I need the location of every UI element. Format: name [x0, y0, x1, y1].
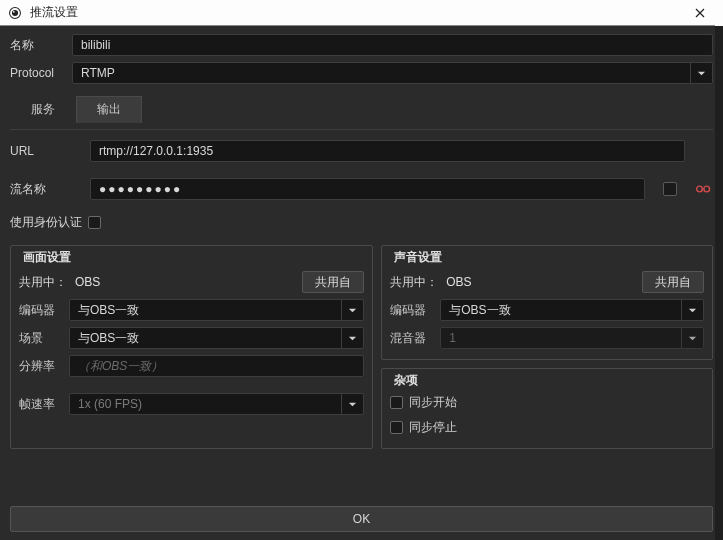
chevron-down-icon: [690, 63, 712, 83]
protocol-label: Protocol: [10, 66, 64, 80]
app-icon: [6, 4, 24, 22]
streamkey-label: 流名称: [10, 181, 72, 198]
misc-group-title: 杂项: [390, 372, 422, 389]
video-share-button[interactable]: 共用自: [302, 271, 364, 293]
svg-point-2: [13, 10, 15, 12]
svg-point-3: [697, 186, 703, 192]
show-key-checkbox[interactable]: [663, 182, 677, 196]
video-fps-value: 1x (60 FPS): [78, 397, 142, 411]
streamkey-row: 流名称 ●●●●●●●●●: [10, 178, 713, 200]
close-button[interactable]: [683, 0, 717, 25]
sync-stop-label: 同步停止: [409, 419, 457, 436]
chevron-down-icon: [681, 328, 703, 348]
protocol-value: RTMP: [81, 66, 115, 80]
audio-mixer-value: 1: [449, 331, 456, 345]
name-input-inner[interactable]: [81, 38, 704, 52]
video-encoder-value: 与OBS一致: [78, 302, 139, 319]
window-title: 推流设置: [30, 4, 683, 21]
video-scene-value: 与OBS一致: [78, 330, 139, 347]
client-area: 名称 Protocol RTMP 服务 输出 URL: [0, 26, 723, 540]
url-input-inner[interactable]: [99, 144, 676, 158]
ok-label: OK: [353, 512, 370, 526]
video-encoder-combo[interactable]: 与OBS一致: [69, 299, 364, 321]
protocol-combo[interactable]: RTMP: [72, 62, 713, 84]
svg-point-1: [12, 9, 18, 15]
audio-share-button[interactable]: 共用自: [642, 271, 704, 293]
name-input[interactable]: [72, 34, 713, 56]
tab-output[interactable]: 输出: [76, 96, 142, 123]
video-group: 画面设置 共用中： OBS 共用自 编码器 与OBS一致: [10, 245, 373, 449]
video-encoder-label: 编码器: [19, 302, 63, 319]
audio-encoder-value: 与OBS一致: [449, 302, 510, 319]
video-share-label: 共用中：: [19, 274, 67, 291]
auth-row: 使用身份认证: [10, 214, 713, 231]
side-strip: [715, 26, 723, 540]
video-resolution-input[interactable]: （和OBS一致）: [69, 355, 364, 377]
chevron-down-icon: [681, 300, 703, 320]
side-strip-top: [715, 0, 723, 26]
url-input[interactable]: [90, 140, 685, 162]
url-label: URL: [10, 144, 72, 158]
auth-label: 使用身份认证: [10, 214, 82, 231]
link-icon[interactable]: [695, 182, 713, 196]
streamkey-input[interactable]: ●●●●●●●●●: [90, 178, 645, 200]
sync-stop-checkbox[interactable]: [390, 421, 403, 434]
audio-group-title: 声音设置: [390, 249, 446, 266]
title-bar: 推流设置: [0, 0, 723, 26]
video-resolution-placeholder: （和OBS一致）: [78, 358, 163, 375]
video-group-title: 画面设置: [19, 249, 75, 266]
audio-share-label: 共用中：: [390, 274, 438, 291]
sync-start-checkbox[interactable]: [390, 396, 403, 409]
audio-encoder-combo[interactable]: 与OBS一致: [440, 299, 704, 321]
audio-share-value: OBS: [444, 275, 471, 289]
misc-group: 杂项 同步开始 同步停止: [381, 368, 713, 449]
chevron-down-icon: [341, 300, 363, 320]
chevron-down-icon: [341, 394, 363, 414]
auth-checkbox[interactable]: [88, 216, 101, 229]
name-label: 名称: [10, 37, 64, 54]
streamkey-mask: ●●●●●●●●●: [99, 182, 182, 196]
audio-mixer-combo[interactable]: 1: [440, 327, 704, 349]
video-resolution-label: 分辨率: [19, 358, 63, 375]
tab-service[interactable]: 服务: [10, 96, 76, 123]
video-fps-label: 帧速率: [19, 396, 63, 413]
url-row: URL: [10, 140, 713, 162]
tabs: 服务 输出: [10, 96, 713, 123]
video-scene-combo[interactable]: 与OBS一致: [69, 327, 364, 349]
audio-group: 声音设置 共用中： OBS 共用自 编码器 与OBS: [381, 245, 713, 360]
chevron-down-icon: [341, 328, 363, 348]
protocol-row: Protocol RTMP: [10, 62, 713, 84]
video-share-value: OBS: [73, 275, 100, 289]
audio-encoder-label: 编码器: [390, 302, 434, 319]
video-scene-label: 场景: [19, 330, 63, 347]
ok-button[interactable]: OK: [10, 506, 713, 532]
audio-mixer-label: 混音器: [390, 330, 434, 347]
name-row: 名称: [10, 34, 713, 56]
sync-start-label: 同步开始: [409, 394, 457, 411]
svg-point-4: [704, 186, 710, 192]
video-fps-combo[interactable]: 1x (60 FPS): [69, 393, 364, 415]
